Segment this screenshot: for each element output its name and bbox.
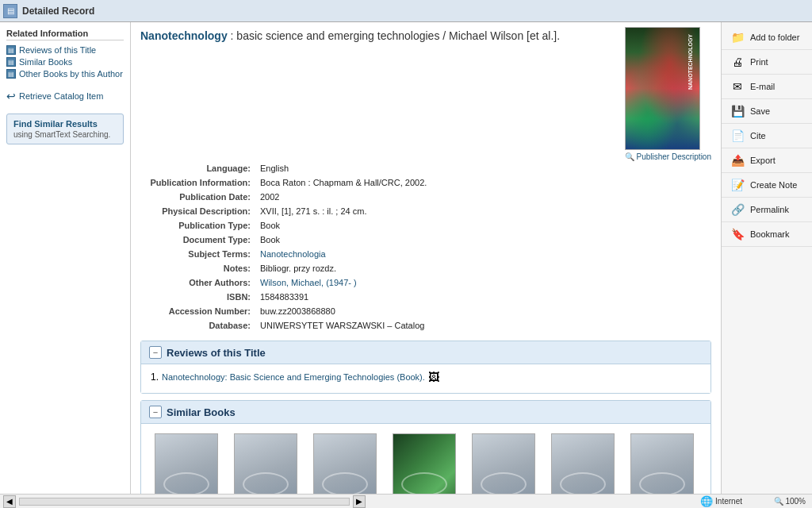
field-label: ISBN: <box>140 290 255 304</box>
field-value: 1584883391 <box>255 290 711 304</box>
email-icon: ✉ <box>730 79 745 94</box>
page-icon: ▤ <box>3 4 17 18</box>
field-value[interactable]: Wilson, Michael, (1947- ) <box>255 275 711 290</box>
field-value: Bibliogr. przy rozdz. <box>255 261 711 275</box>
book-thumbnail-decoration <box>639 472 685 494</box>
review-item-icon: 🖼 <box>428 371 439 383</box>
right-panel: 📁Add to folder🖨Print✉E-mail💾Save📄Cite📤Ex… <box>721 22 812 494</box>
horizontal-scrollbar[interactable] <box>19 498 350 506</box>
publisher-desc-label: Publisher Description <box>637 152 712 161</box>
book-title-rest: : basic science and emerging technologie… <box>228 29 560 42</box>
save-icon: 💾 <box>730 103 745 119</box>
book-thumbnail-decoration <box>401 472 447 494</box>
similar-books-section: − Similar Books Nanotechnologia : narod.… <box>140 400 711 494</box>
permalink-icon: 🔗 <box>730 202 745 217</box>
export-button[interactable]: 📤Export <box>722 148 812 173</box>
book-cover-area: NANOTECHNOLOGY 🔍 Publisher Description <box>625 27 711 161</box>
add-folder-button[interactable]: 📁Add to folder <box>722 25 812 50</box>
book-thumbnail <box>234 433 297 494</box>
book-cover-image: NANOTECHNOLOGY <box>625 27 700 150</box>
field-label: Publication Information: <box>140 175 255 190</box>
sidebar-link-similar-label: Similar Books <box>19 57 72 67</box>
bookmark-button[interactable]: 🔖Bookmark <box>722 222 812 247</box>
field-label: Document Type: <box>140 233 255 247</box>
sidebar-item-other-books[interactable]: ▤ Other Books by this Author <box>6 69 124 79</box>
similar-books-title: Similar Books <box>167 406 236 418</box>
create-note-button[interactable]: 📝Create Note <box>722 173 812 198</box>
sidebar-link-other-label: Other Books by this Author <box>19 69 123 79</box>
save-button[interactable]: 💾Save <box>722 99 812 124</box>
bottom-bar: ◀ ▶ 🌐 Internet 🔍 100% <box>0 494 812 508</box>
print-button[interactable]: 🖨Print <box>722 50 812 75</box>
field-value-link[interactable]: Wilson, Michael, (1947- ) <box>260 278 357 287</box>
book-thumbnail <box>313 433 377 494</box>
book-thumbnail-decoration <box>560 472 606 494</box>
table-row: Physical Description:XVII, [1], 271 s. :… <box>140 204 711 218</box>
table-row: Document Type:Book <box>140 233 711 247</box>
page-title: Detailed Record <box>22 6 94 17</box>
field-value[interactable]: Nanotechnologia <box>255 247 711 261</box>
publisher-description-link[interactable]: 🔍 Publisher Description <box>625 152 711 161</box>
list-item[interactable]: Nanotechnology : develop... 🖼 <box>309 433 381 494</box>
review-item: 1. Nanotechnology: Basic Science and Eme… <box>151 371 701 383</box>
similar-icon: ▤ <box>6 57 16 67</box>
permalink-button[interactable]: 🔗Permalink <box>722 198 812 222</box>
book-cover-title-text: NANOTECHNOLOGY <box>688 34 694 90</box>
similar-toggle-button[interactable]: − <box>149 406 162 418</box>
list-item[interactable]: Nanotechnologia, kosmet... 🖼 <box>230 433 301 494</box>
retrieve-catalog-button[interactable]: ↩ Retrieve Catalog Item <box>6 90 124 102</box>
reviews-toggle-button[interactable]: − <box>149 346 162 359</box>
internet-indicator: 🌐 Internet <box>700 495 742 507</box>
print-icon: 🖨 <box>730 54 745 70</box>
bookmark-icon: 🔖 <box>730 226 745 242</box>
list-item[interactable]: Nanotechnologia : narod... 🖼 <box>151 433 222 494</box>
bookmark-label: Bookmark <box>750 229 790 239</box>
book-thumbnail <box>472 433 535 494</box>
retrieve-label: Retrieve Catalog Item <box>19 91 103 101</box>
cite-button[interactable]: 📄Cite <box>722 124 812 148</box>
table-row: Other Authors:Wilson, Michael, (1947- ) <box>140 275 711 290</box>
create-note-icon: 📝 <box>730 177 745 193</box>
zoom-level-value: 100% <box>785 497 806 506</box>
sidebar: Related Information ▤ Reviews of this Ti… <box>0 22 131 494</box>
sidebar-item-similar[interactable]: ▤ Similar Books <box>6 57 124 67</box>
permalink-label: Permalink <box>750 205 789 214</box>
sidebar-item-reviews[interactable]: ▤ Reviews of this Title <box>6 45 124 55</box>
review-link[interactable]: Nanotechnology: Basic Science and Emergi… <box>162 372 425 382</box>
reviews-section-header[interactable]: − Reviews of this Title <box>141 341 710 364</box>
list-item[interactable]: Nanokompozytowe włókna a... 🖼 <box>547 433 619 494</box>
find-similar-box[interactable]: Find Similar Results using SmartText Sea… <box>6 114 124 144</box>
field-label: Language: <box>140 161 255 175</box>
field-label: Other Authors: <box>140 275 255 290</box>
scroll-left-button[interactable]: ◀ <box>3 495 16 508</box>
internet-label: Internet <box>715 497 742 506</box>
globe-icon: 🌐 <box>700 495 713 507</box>
field-label: Database: <box>140 318 255 333</box>
table-row: ISBN:1584883391 <box>140 290 711 304</box>
field-value-link[interactable]: Nanotechnologia <box>260 249 326 259</box>
book-thumbnail-decoration <box>481 472 527 494</box>
publisher-desc-icon: 🔍 <box>625 152 634 161</box>
book-thumbnail-decoration <box>243 472 289 494</box>
cite-label: Cite <box>750 131 766 140</box>
zoom-level-label: 🔍 <box>774 497 783 506</box>
list-item[interactable]: At... mo... 🖼 <box>626 433 698 494</box>
field-label: Subject Terms: <box>140 247 255 261</box>
table-row: Publication Date:2002 <box>140 190 711 204</box>
content-area: NANOTECHNOLOGY 🔍 Publisher Description N… <box>131 22 721 494</box>
list-item[interactable]: NHP Expert Advisory Grou... 🖼 <box>468 433 539 494</box>
list-item[interactable]: Handbook of nanophysics.... 🖼 <box>389 433 460 494</box>
reviews-section-title: Reviews of this Title <box>167 347 266 359</box>
find-similar-title[interactable]: Find Similar Results <box>13 119 117 129</box>
table-row: Accession Number:buw.zz2003868880 <box>140 304 711 318</box>
field-value: 2002 <box>255 190 711 204</box>
book-thumbnail <box>155 433 218 494</box>
email-label: E-mail <box>750 82 775 91</box>
reviews-section: − Reviews of this Title 1. Nanotechnolog… <box>140 341 711 394</box>
scroll-right-button[interactable]: ▶ <box>353 495 366 508</box>
save-label: Save <box>750 106 770 116</box>
book-title-bold: Nanotechnology <box>140 29 228 42</box>
email-button[interactable]: ✉E-mail <box>722 75 812 99</box>
book-thumbnail <box>551 433 615 494</box>
similar-books-header[interactable]: − Similar Books <box>141 401 710 424</box>
